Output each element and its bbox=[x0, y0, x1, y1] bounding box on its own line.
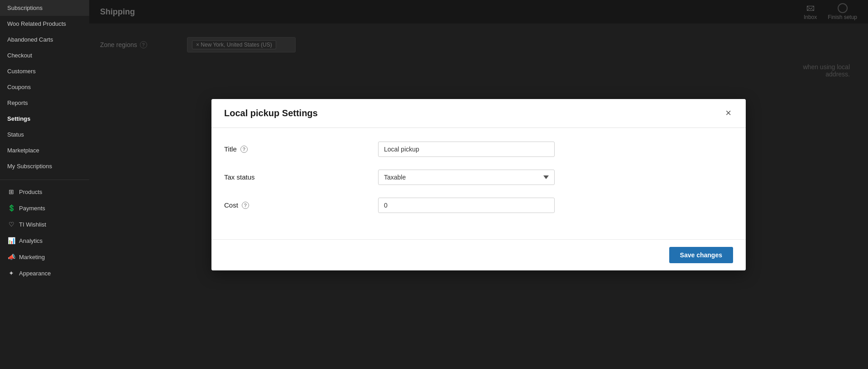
sidebar-item-label: Woo Related Products bbox=[7, 20, 66, 27]
sidebar-item-ti-wishlist[interactable]: ♡ TI Wishlist bbox=[0, 216, 89, 232]
analytics-icon: 📊 bbox=[7, 237, 15, 244]
products-icon: ⊞ bbox=[7, 188, 15, 195]
cost-input[interactable] bbox=[378, 198, 555, 213]
title-field-label: Title ? bbox=[224, 145, 378, 153]
sidebar-item-marketplace[interactable]: Marketplace bbox=[0, 142, 89, 158]
sidebar-item-woo-related[interactable]: Woo Related Products bbox=[0, 16, 89, 32]
sidebar-item-reports[interactable]: Reports bbox=[0, 95, 89, 111]
sidebar-item-appearance[interactable]: ✦ Appearance bbox=[0, 265, 89, 281]
form-row-tax-status: Tax status Taxable None bbox=[224, 170, 733, 185]
cost-field-label: Cost ? bbox=[224, 201, 378, 209]
sidebar-item-products[interactable]: ⊞ Products bbox=[0, 184, 89, 200]
cost-help-icon[interactable]: ? bbox=[242, 202, 249, 209]
tax-status-select[interactable]: Taxable None bbox=[378, 170, 555, 185]
sidebar-item-label: Products bbox=[19, 189, 42, 195]
sidebar-item-abandoned-carts[interactable]: Abandoned Carts bbox=[0, 32, 89, 47]
appearance-icon: ✦ bbox=[7, 270, 15, 277]
marketing-icon: 📣 bbox=[7, 253, 15, 260]
title-field-control bbox=[378, 142, 733, 157]
sidebar: Subscriptions Woo Related Products Aband… bbox=[0, 0, 89, 369]
sidebar-item-label: Appearance bbox=[19, 270, 51, 277]
wishlist-icon: ♡ bbox=[7, 221, 15, 228]
sidebar-item-label: Customers bbox=[7, 68, 36, 75]
form-row-title: Title ? bbox=[224, 142, 733, 157]
sidebar-item-label: Abandoned Carts bbox=[7, 36, 53, 43]
sidebar-item-label: Payments bbox=[19, 205, 45, 212]
sidebar-item-status[interactable]: Status bbox=[0, 127, 89, 142]
sidebar-item-label: Subscriptions bbox=[7, 5, 43, 11]
modal-overlay: Local pickup Settings × Title ? bbox=[89, 0, 868, 369]
sidebar-item-label: TI Wishlist bbox=[19, 221, 46, 228]
sidebar-item-my-subscriptions[interactable]: My Subscriptions bbox=[0, 158, 89, 174]
title-help-icon[interactable]: ? bbox=[240, 146, 248, 153]
sidebar-item-settings[interactable]: Settings bbox=[0, 111, 89, 127]
cost-field-control bbox=[378, 198, 733, 213]
main-area: Shipping 🖂 Inbox Finish setup Zone regio… bbox=[89, 0, 868, 369]
modal-title: Local pickup Settings bbox=[224, 108, 318, 118]
sidebar-item-label: Coupons bbox=[7, 84, 31, 90]
sidebar-item-label: Reports bbox=[7, 99, 28, 106]
sidebar-item-payments[interactable]: 💲 Payments bbox=[0, 200, 89, 216]
sidebar-item-label: Marketing bbox=[19, 254, 45, 260]
title-input[interactable] bbox=[378, 142, 555, 157]
form-row-cost: Cost ? bbox=[224, 198, 733, 213]
sidebar-item-checkout[interactable]: Checkout bbox=[0, 47, 89, 63]
modal-header: Local pickup Settings × bbox=[211, 99, 746, 128]
modal: Local pickup Settings × Title ? bbox=[211, 99, 746, 270]
sidebar-item-subscriptions[interactable]: Subscriptions bbox=[0, 0, 89, 16]
sidebar-item-marketing[interactable]: 📣 Marketing bbox=[0, 249, 89, 265]
tax-status-label: Tax status bbox=[224, 173, 378, 181]
payments-icon: 💲 bbox=[7, 204, 15, 212]
sidebar-item-label: Marketplace bbox=[7, 147, 39, 154]
sidebar-item-label: Checkout bbox=[7, 52, 32, 59]
modal-footer: Save changes bbox=[211, 239, 746, 270]
save-changes-button[interactable]: Save changes bbox=[669, 247, 733, 263]
modal-close-button[interactable]: × bbox=[724, 108, 733, 118]
sidebar-item-label: Settings bbox=[7, 115, 30, 122]
sidebar-item-label: My Subscriptions bbox=[7, 163, 52, 170]
sidebar-item-label: Status bbox=[7, 131, 24, 138]
tax-status-control: Taxable None bbox=[378, 170, 733, 185]
sidebar-item-customers[interactable]: Customers bbox=[0, 63, 89, 79]
sidebar-item-analytics[interactable]: 📊 Analytics bbox=[0, 232, 89, 249]
modal-body: Title ? Tax status Taxable N bbox=[211, 128, 746, 239]
sidebar-item-label: Analytics bbox=[19, 237, 43, 244]
sidebar-item-coupons[interactable]: Coupons bbox=[0, 79, 89, 95]
